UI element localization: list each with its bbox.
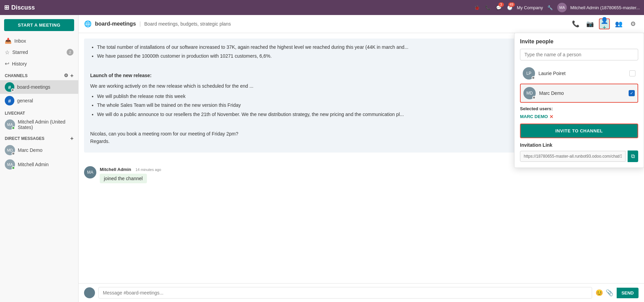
chat-header: 🌐 board-meetings | Board meetings, budge… xyxy=(79,15,644,33)
invite-link-row: ⧉ xyxy=(520,150,638,162)
invite-link-input[interactable] xyxy=(520,151,626,162)
history-icon: ↩ xyxy=(5,60,9,67)
sidebar-item-starred[interactable]: ☆ Starred 2 xyxy=(0,46,78,58)
launch-heading: Launch of the new release: xyxy=(90,73,152,78)
chat-input-icons: 😊 📎 xyxy=(595,289,613,297)
navbar-left: ⊞ Discuss xyxy=(4,4,470,11)
user-avatar[interactable]: MA xyxy=(557,3,567,12)
livechat-dot-mitchell xyxy=(12,126,15,130)
starred-label: Starred xyxy=(12,49,28,55)
chat-header-actions: 📞 📷 👤+ 👥 ⚙ xyxy=(570,18,639,29)
message-avatar-mitchell: MA xyxy=(84,166,96,178)
add-member-button[interactable]: 👤+ xyxy=(599,18,610,29)
inbox-label: Inbox xyxy=(14,38,26,44)
dm-avatar-marc: MD xyxy=(5,145,15,155)
selected-user-tag-marc: MARC DEMO ✕ xyxy=(520,114,553,119)
history-label: History xyxy=(12,61,27,67)
wrench-icon[interactable]: 🔧 xyxy=(546,4,554,11)
navbar: ⊞ Discuss 🐞 📞 💬 3 🕐 49 My Company 🔧 MA M… xyxy=(0,0,644,15)
bug-icon[interactable]: 🐞 xyxy=(473,4,481,11)
phone-call-button[interactable]: 📞 xyxy=(570,18,581,29)
dm-dot-mitchell xyxy=(12,166,15,170)
livechat-item-mitchell[interactable]: MA Mitchell Admin (United States) xyxy=(0,117,78,132)
grid-icon[interactable]: ⊞ xyxy=(4,4,9,11)
channel-description: Board meetings, budgets, strategic plans xyxy=(144,21,231,27)
livechat-label: LIVECHAT xyxy=(5,111,25,116)
members-button[interactable]: 👥 xyxy=(613,18,624,29)
message-content-mitchell: Mitchell Admin 14 minutes ago joined the… xyxy=(100,166,639,183)
sidebar-item-history[interactable]: ↩ History xyxy=(0,58,78,69)
start-meeting-button[interactable]: START A MEETING xyxy=(4,19,74,31)
message-time: 14 minutes ago xyxy=(135,168,161,172)
navbar-right: 🐞 📞 💬 3 🕐 49 My Company 🔧 MA Mitchell Ad… xyxy=(473,3,640,12)
send-button[interactable]: SEND xyxy=(617,288,639,298)
app-name: Discuss xyxy=(11,4,35,11)
globe-icon: 🌐 xyxy=(84,20,92,28)
emoji-icon[interactable]: 😊 xyxy=(595,289,603,297)
channel-icon-board-meetings: # xyxy=(5,82,14,92)
channels-actions: ⚙ + xyxy=(64,73,73,79)
message-author: Mitchell Admin xyxy=(100,167,131,172)
invite-dot-laurie xyxy=(532,76,535,80)
chat-icon[interactable]: 💬 3 xyxy=(495,4,503,11)
channels-label: CHANNELS xyxy=(5,73,28,78)
dm-name-marc: Marc Demo xyxy=(18,147,42,153)
dm-label: DIRECT MESSAGES xyxy=(5,136,44,141)
add-dm-icon[interactable]: + xyxy=(70,135,73,142)
remove-marc-button[interactable]: ✕ xyxy=(549,114,553,119)
channel-name-general: general xyxy=(17,98,33,103)
company-name: My Company xyxy=(517,5,543,10)
invitation-link-label: Invitation Link xyxy=(520,142,638,148)
channel-icon-general: # xyxy=(5,96,14,105)
chat-area: 🌐 board-meetings | Board meetings, budge… xyxy=(79,15,644,302)
invite-panel-title: Invite people xyxy=(520,39,638,45)
channels-section-header: CHANNELS ⚙ + xyxy=(0,69,78,80)
starred-badge: 2 xyxy=(67,49,73,56)
selected-user-name-marc: MARC DEMO xyxy=(520,114,548,119)
clock-icon[interactable]: 🕐 49 xyxy=(506,4,513,11)
chat-badge: 3 xyxy=(498,2,504,7)
star-icon: ☆ xyxy=(5,49,10,56)
channel-item-general[interactable]: # general xyxy=(0,94,78,107)
channel-title: board-meetings xyxy=(95,21,136,27)
invite-to-channel-button[interactable]: INVITE TO CHANNEL xyxy=(520,124,638,138)
invite-user-laurie[interactable]: LP Laurie Poiret xyxy=(520,64,638,82)
dm-item-marc[interactable]: MD Marc Demo xyxy=(0,143,78,157)
video-call-button[interactable]: 📷 xyxy=(585,18,595,29)
invite-search-input[interactable] xyxy=(520,49,638,60)
invite-checkbox-laurie[interactable] xyxy=(629,70,635,76)
dm-name-mitchell: Mitchell Admin xyxy=(18,162,49,167)
channel-name-board-meetings: board-meetings xyxy=(17,84,50,90)
attachment-icon[interactable]: 📎 xyxy=(606,289,613,297)
app-logo: ⊞ Discuss xyxy=(4,4,35,11)
selected-users-label: Selected users: xyxy=(520,106,638,111)
livechat-avatar-mitchell: MA xyxy=(5,119,15,130)
sidebar-item-inbox[interactable]: 📥 Inbox xyxy=(0,35,78,46)
gear-icon[interactable]: ⚙ xyxy=(64,73,68,79)
invite-dot-marc xyxy=(532,96,536,99)
dm-avatar-mitchell: MA xyxy=(5,159,15,170)
message-row-joined: MA Mitchell Admin 14 minutes ago joined … xyxy=(84,166,639,183)
message-input[interactable] xyxy=(98,287,592,299)
channel-item-board-meetings[interactable]: # board-meetings xyxy=(0,80,78,94)
invite-avatar-marc: MD xyxy=(523,87,536,99)
invite-name-laurie: Laurie Poiret xyxy=(538,71,626,76)
dm-item-mitchell[interactable]: MA Mitchell Admin xyxy=(0,157,78,172)
joined-bubble: joined the channel xyxy=(100,174,147,183)
settings-button[interactable]: ⚙ xyxy=(628,18,639,29)
dm-section-header: DIRECT MESSAGES + xyxy=(0,132,78,143)
inbox-icon: 📥 xyxy=(5,38,12,44)
copy-link-button[interactable]: ⧉ xyxy=(628,150,638,162)
user-name: Mitchell Admin (18780655-master... xyxy=(570,5,640,10)
phone-icon[interactable]: 📞 xyxy=(484,4,492,11)
invite-panel: Invite people LP Laurie Poiret MD Marc D… xyxy=(514,33,644,168)
invite-checkbox-marc[interactable] xyxy=(629,90,635,96)
dm-dot-marc xyxy=(12,152,15,155)
invite-user-marc[interactable]: MD Marc Demo xyxy=(520,84,638,103)
channel-dot-board-meetings xyxy=(11,88,14,92)
clock-badge: 49 xyxy=(508,2,515,7)
header-separator: | xyxy=(139,21,141,27)
sidebar: START A MEETING 📥 Inbox ☆ Starred 2 ↩ Hi… xyxy=(0,15,79,302)
main-layout: START A MEETING 📥 Inbox ☆ Starred 2 ↩ Hi… xyxy=(0,15,644,302)
add-channel-icon[interactable]: + xyxy=(70,73,73,79)
